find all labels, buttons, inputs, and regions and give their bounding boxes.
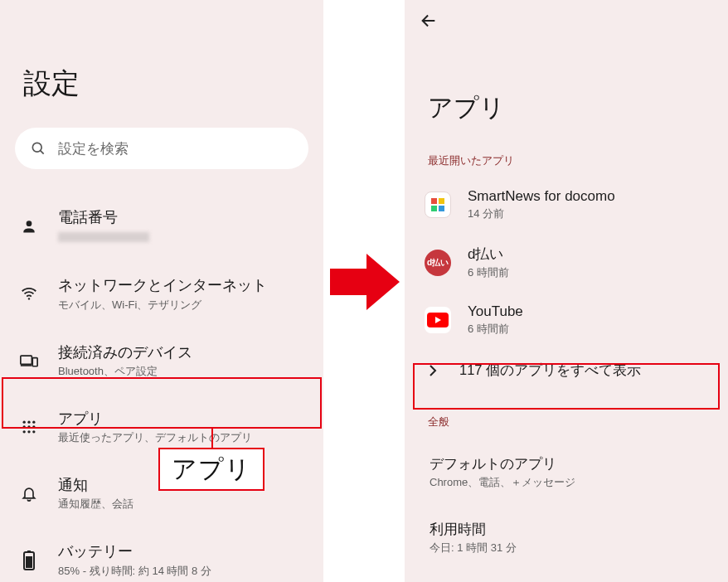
recent-app-item[interactable]: d払い d払い 6 時間前 <box>405 233 728 292</box>
app-icon-youtube <box>425 307 451 333</box>
callout-label-box: アプリ <box>158 448 265 491</box>
general-item-title: デフォルトのアプリ <box>430 454 710 473</box>
settings-item-sub: 通知履歴、会話 <box>58 497 307 512</box>
settings-item-sub: 最近使ったアプリ、デフォルトのアプリ <box>58 430 307 445</box>
general-item-title: 利用時間 <box>430 520 710 539</box>
settings-item-network[interactable]: ネットワークとインターネット モバイル、Wi-Fi、テザリング <box>0 260 323 327</box>
svg-rect-21 <box>431 198 437 204</box>
battery-icon <box>18 550 40 570</box>
settings-item-battery[interactable]: バッテリー 85% - 残り時間: 約 14 時間 8 分 <box>0 526 323 582</box>
highlight-box-show-all <box>413 363 720 410</box>
bell-icon <box>18 484 40 502</box>
settings-item-title: 接続済みのデバイス <box>58 342 307 362</box>
recent-app-name: SmartNews for docomo <box>468 188 710 205</box>
settings-item-title: 電話番号 <box>58 207 307 227</box>
callout-label-text: アプリ <box>172 453 251 487</box>
svg-point-2 <box>27 221 32 226</box>
search-icon <box>30 140 46 157</box>
recent-app-item[interactable]: YouTube 6 時間前 <box>405 292 728 348</box>
search-placeholder: 設定を検索 <box>58 139 129 158</box>
arrow-left-icon <box>420 12 728 30</box>
svg-point-15 <box>32 430 35 433</box>
back-button[interactable] <box>405 0 728 30</box>
settings-item-title: バッテリー <box>58 541 307 561</box>
svg-rect-4 <box>21 356 32 364</box>
general-list: デフォルトのアプリ Chrome、電話、＋メッセージ 利用時間 今日: 1 時間… <box>405 443 728 567</box>
person-icon <box>18 218 40 235</box>
app-icon-smartnews <box>425 192 451 218</box>
svg-rect-24 <box>439 206 444 211</box>
wifi-icon <box>18 284 40 303</box>
recent-app-name: YouTube <box>468 303 710 320</box>
svg-point-13 <box>23 430 26 433</box>
general-item-default-apps[interactable]: デフォルトのアプリ Chrome、電話、＋メッセージ <box>405 443 728 502</box>
devices-icon <box>18 353 40 368</box>
app-icon-dbarai: d払い <box>425 250 451 276</box>
svg-rect-6 <box>32 357 37 366</box>
svg-rect-23 <box>431 206 437 211</box>
recent-app-name: d払い <box>468 245 710 264</box>
apps-screen: アプリ 最近開いたアプリ SmartNews for docomo 14 分前 … <box>405 0 728 582</box>
callout-connector <box>211 429 213 449</box>
recent-apps-list: SmartNews for docomo 14 分前 d払い d払い 6 時間前… <box>405 177 728 393</box>
search-input[interactable]: 設定を検索 <box>15 128 308 169</box>
general-item-screen-time[interactable]: 利用時間 今日: 1 時間 31 分 <box>405 502 728 567</box>
highlight-box-apps <box>2 377 322 429</box>
svg-point-0 <box>32 143 41 152</box>
transition-arrow-icon <box>330 249 400 315</box>
svg-rect-22 <box>439 198 444 204</box>
svg-point-14 <box>27 430 30 433</box>
svg-point-3 <box>28 298 30 300</box>
page-title: 設定 <box>0 0 323 128</box>
general-item-sub: 今日: 1 時間 31 分 <box>430 541 710 555</box>
recent-app-time: 6 時間前 <box>468 322 710 337</box>
settings-item-sub: モバイル、Wi-Fi、テザリング <box>58 298 307 313</box>
recent-app-item[interactable]: SmartNews for docomo 14 分前 <box>405 177 728 233</box>
settings-item-sub: 85% - 残り時間: 約 14 時間 8 分 <box>58 564 307 579</box>
svg-marker-19 <box>330 254 400 310</box>
settings-item-sub-redacted <box>58 232 149 242</box>
svg-rect-18 <box>26 556 32 568</box>
settings-item-title: ネットワークとインターネット <box>58 275 307 295</box>
svg-line-1 <box>41 151 44 154</box>
settings-screen: 設定 設定を検索 電話番号 ネットワークとインターネット モバイル、W <box>0 0 323 582</box>
general-item-sub: Chrome、電話、＋メッセージ <box>430 475 710 490</box>
settings-item-phone[interactable]: 電話番号 <box>0 192 323 260</box>
section-header-recent: 最近開いたアプリ <box>405 153 728 177</box>
recent-app-time: 6 時間前 <box>468 265 710 280</box>
page-title: アプリ <box>405 30 728 153</box>
recent-app-time: 14 分前 <box>468 206 710 221</box>
